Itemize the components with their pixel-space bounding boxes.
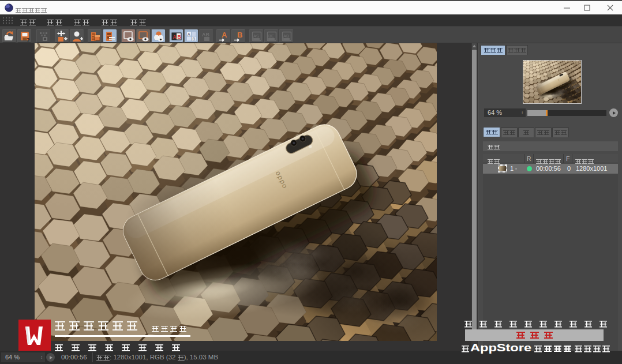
svg-text:A: A (188, 32, 190, 36)
svg-text:A: A (173, 34, 177, 40)
svg-text:BE: BE (268, 33, 274, 39)
svg-text:AS: AS (253, 33, 259, 39)
svg-text:B: B (193, 37, 196, 41)
svg-text:AB: AB (202, 32, 209, 37)
svg-text:A: A (222, 31, 227, 39)
svg-text:B: B (178, 34, 181, 40)
svg-text:?: ? (27, 37, 30, 43)
svg-text:AppStore: AppStore (470, 342, 531, 354)
svg-text:B: B (237, 31, 242, 39)
svg-text:AB: AB (283, 33, 289, 39)
